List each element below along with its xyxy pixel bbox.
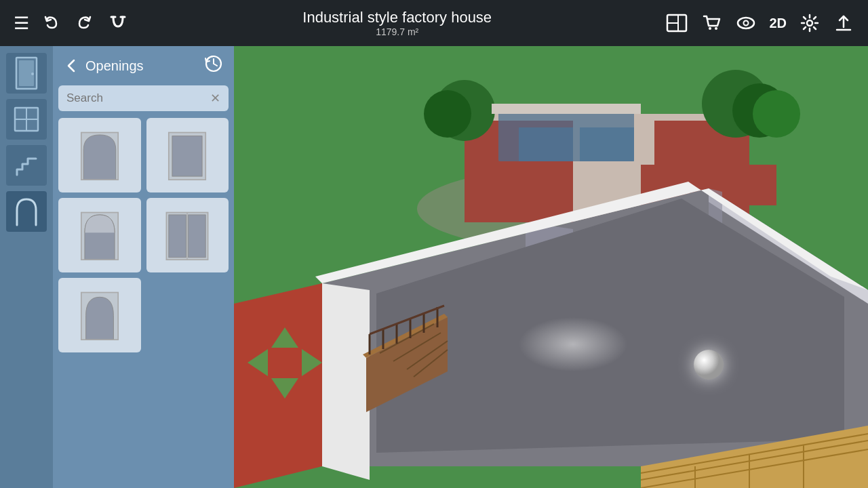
svg-rect-26 xyxy=(169,214,186,257)
eye-icon[interactable] xyxy=(735,12,757,34)
svg-rect-39 xyxy=(498,107,634,161)
svg-point-13 xyxy=(31,73,34,75)
toolbar-right: 2D xyxy=(665,11,854,35)
view-2d-button[interactable]: 2D xyxy=(769,16,787,31)
redo-icon[interactable] xyxy=(74,13,94,33)
project-area: 1179.7 m² xyxy=(376,26,418,37)
svg-marker-48 xyxy=(322,283,370,480)
history-icon[interactable] xyxy=(204,54,223,77)
svg-point-7 xyxy=(738,18,754,28)
items-grid xyxy=(58,118,229,352)
svg-point-68 xyxy=(694,350,724,380)
svg-point-67 xyxy=(519,317,627,371)
search-input[interactable] xyxy=(66,92,210,105)
menu-icon[interactable]: ☰ xyxy=(14,13,29,34)
svg-point-9 xyxy=(807,20,812,26)
svg-point-41 xyxy=(424,90,471,138)
left-panel: Openings ✕ xyxy=(0,46,234,488)
toolbar-left: ☰ xyxy=(14,12,130,35)
door-item-1[interactable] xyxy=(58,118,141,192)
cart-icon[interactable] xyxy=(701,12,723,34)
svg-point-8 xyxy=(744,21,749,26)
undo-icon[interactable] xyxy=(41,13,62,33)
toolbar: ☰ Industrial style factory house 1179.7 … xyxy=(0,0,868,46)
svg-rect-27 xyxy=(189,214,206,257)
svg-rect-21 xyxy=(172,136,202,176)
settings-icon[interactable] xyxy=(799,12,821,34)
scene-canvas xyxy=(234,46,868,488)
category-window[interactable] xyxy=(6,99,47,140)
category-sidebar xyxy=(0,46,53,488)
door-item-5[interactable] xyxy=(58,278,141,352)
svg-point-5 xyxy=(709,27,711,30)
panel-header: Openings xyxy=(58,52,229,85)
door-item-3[interactable] xyxy=(58,198,141,272)
door-item-2[interactable] xyxy=(146,118,229,192)
search-bar[interactable]: ✕ xyxy=(58,85,229,111)
svg-point-44 xyxy=(753,90,800,138)
category-arch[interactable] xyxy=(6,191,47,232)
svg-rect-46 xyxy=(492,104,641,114)
project-title: Industrial style factory house xyxy=(302,9,492,26)
main-view[interactable] xyxy=(234,46,868,488)
search-clear-icon[interactable]: ✕ xyxy=(210,91,220,106)
door-item-4[interactable] xyxy=(146,198,229,272)
back-button[interactable]: Openings xyxy=(64,58,144,74)
floor-plan-icon[interactable] xyxy=(665,11,689,35)
svg-point-6 xyxy=(715,27,717,30)
category-stairs[interactable] xyxy=(6,145,47,186)
category-door[interactable] xyxy=(6,53,47,94)
panel-title: Openings xyxy=(85,58,144,74)
items-area: Openings ✕ xyxy=(53,46,234,488)
toolbar-center: Industrial style factory house 1179.7 m² xyxy=(302,9,492,37)
upload-icon[interactable] xyxy=(833,12,854,34)
magnet-icon[interactable] xyxy=(106,12,130,35)
